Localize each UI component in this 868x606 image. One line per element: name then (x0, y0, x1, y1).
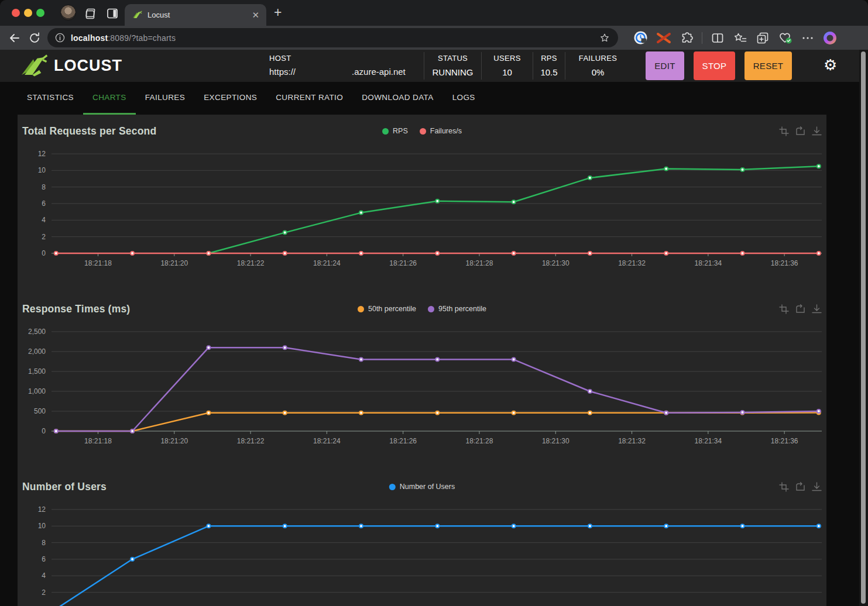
new-tab-button[interactable]: + (274, 5, 282, 20)
browser-toolbar: localhost:8089/?tab=charts (0, 26, 868, 50)
legend-item-number-of-users[interactable]: Number of Users (389, 483, 455, 491)
traffic-close-button[interactable] (12, 9, 20, 17)
x-axis-label: 18:21:22 (237, 437, 265, 445)
y-axis-label: 0 (42, 249, 46, 257)
bookmark-star-icon[interactable] (599, 32, 610, 44)
tab-current-ratio[interactable]: CURRENT RATIO (266, 82, 352, 115)
x-axis-label: 18:21:30 (542, 437, 569, 445)
traffic-zoom-button[interactable] (36, 9, 44, 17)
chart-legend: RPSFailures/s (382, 127, 462, 135)
chart-legend: Number of Users (389, 483, 455, 491)
x-axis-label: 18:21:20 (160, 259, 188, 267)
tab-statistics[interactable]: STATISTICS (18, 82, 83, 115)
collections-icon[interactable] (756, 31, 770, 45)
data-point (741, 411, 745, 414)
stop-button[interactable]: STOP (694, 51, 735, 80)
legend-item-failures-s[interactable]: Failures/s (420, 127, 462, 135)
data-point (435, 411, 439, 415)
y-axis-label: 10 (38, 522, 46, 530)
legend-label: 95th percentile (438, 305, 486, 313)
data-point (817, 252, 821, 255)
y-axis-label: 8 (42, 183, 46, 191)
reload-button[interactable] (28, 32, 41, 44)
data-point (817, 409, 821, 413)
legend-dot (428, 306, 434, 312)
zoom-select-icon[interactable] (779, 304, 789, 314)
data-point (588, 524, 592, 528)
stat-rps: RPS10.5 (533, 52, 565, 80)
traffic-minimize-button[interactable] (24, 9, 32, 17)
restore-icon[interactable] (795, 126, 805, 136)
zoom-select-icon[interactable] (779, 482, 789, 492)
extensions-icon[interactable] (680, 31, 694, 45)
tab-close-icon[interactable]: ✕ (252, 11, 259, 19)
restore-icon[interactable] (795, 304, 805, 314)
y-axis-label: 12 (38, 505, 46, 514)
chart-toolbox (779, 304, 822, 314)
legend-dot (358, 306, 364, 312)
download-icon[interactable] (812, 126, 822, 136)
stat-value: 10 (482, 67, 533, 77)
legend-item-95th-percentile[interactable]: 95th percentile (428, 305, 486, 313)
edit-button[interactable]: EDIT (646, 51, 684, 80)
x-axis-label: 18:21:30 (542, 259, 569, 267)
x-axis-label: 18:21:24 (313, 437, 341, 445)
chart-toolbox (779, 482, 822, 492)
data-point (588, 252, 592, 255)
data-point (359, 252, 363, 255)
data-point (664, 252, 668, 255)
data-point (435, 358, 439, 361)
y-axis-label: 4 (42, 571, 46, 580)
nav-tabs: STATISTICSCHARTSFAILURESEXCEPTIONSCURREN… (0, 82, 868, 115)
data-point (817, 524, 821, 528)
legend-dot (420, 128, 426, 135)
y-axis-label: 0 (42, 427, 46, 435)
copilot-icon[interactable] (822, 30, 838, 46)
chart-toolbox (779, 126, 822, 136)
tab-logs[interactable]: LOGS (443, 82, 485, 115)
y-axis-label: 1,000 (28, 387, 46, 395)
data-point (131, 429, 134, 433)
tab-groups-icon[interactable] (83, 6, 97, 20)
settings-gear-icon[interactable]: ⚙ (824, 57, 837, 73)
data-point (207, 524, 210, 528)
back-button[interactable] (8, 31, 22, 45)
browser-tab[interactable]: Locust ✕ (125, 4, 266, 26)
tab-download-data[interactable]: DOWNLOAD DATA (352, 82, 442, 115)
data-point (283, 252, 287, 255)
browser-essentials-icon[interactable] (778, 31, 793, 45)
chart-header: Total Requests per SecondRPSFailures/s (22, 120, 822, 142)
favorites-icon[interactable] (733, 31, 747, 45)
data-point (207, 346, 210, 349)
site-info-icon[interactable] (55, 33, 65, 43)
data-point (512, 200, 516, 204)
data-point (664, 411, 668, 415)
tracking-prevention-icon[interactable] (633, 30, 648, 45)
reset-button[interactable]: RESET (745, 51, 792, 80)
scrollbar-thumb[interactable] (861, 51, 866, 604)
extension-x-icon[interactable] (656, 32, 671, 44)
toolbar-divider (702, 32, 702, 44)
profile-avatar[interactable] (60, 5, 76, 20)
restore-icon[interactable] (795, 482, 805, 492)
sidebar-toggle-icon[interactable] (105, 6, 119, 20)
x-axis-label: 18:21:34 (694, 259, 722, 267)
tab-exceptions[interactable]: EXCEPTIONS (194, 82, 266, 115)
stat-users: USERS10 (481, 52, 533, 80)
download-icon[interactable] (812, 482, 822, 492)
x-axis-label: 18:21:20 (160, 437, 188, 445)
download-icon[interactable] (812, 304, 822, 314)
more-menu-icon[interactable] (801, 32, 814, 44)
split-screen-icon[interactable] (711, 31, 725, 45)
address-bar[interactable]: localhost:8089/?tab=charts (47, 28, 618, 47)
series-line-number-of-users (56, 526, 819, 606)
legend-item-rps[interactable]: RPS (382, 127, 408, 135)
tab-charts[interactable]: CHARTS (83, 82, 136, 115)
stat-failures: FAILURES0% (565, 52, 630, 80)
zoom-select-icon[interactable] (779, 126, 789, 136)
data-point (54, 429, 58, 433)
y-axis-label: 6 (42, 555, 46, 563)
tab-failures[interactable]: FAILURES (136, 82, 194, 115)
legend-item-50th-percentile[interactable]: 50th percentile (358, 305, 416, 313)
series-line-50th-percentile (56, 412, 819, 431)
